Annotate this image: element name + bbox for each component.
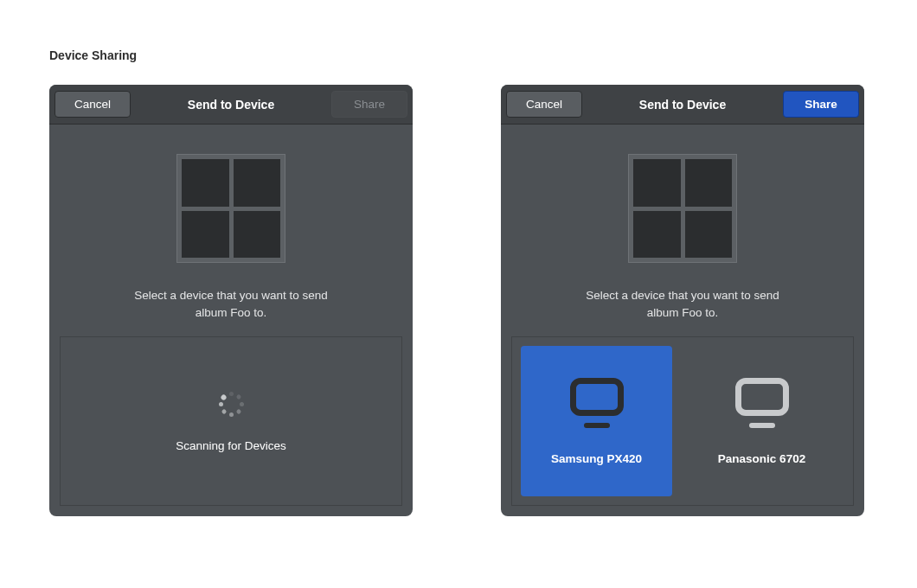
scanning-label: Scanning for Devices <box>176 439 286 452</box>
device-grid: Samsung PX420 Panasonic 6702 <box>511 336 854 506</box>
device-label: Panasonic 6702 <box>718 452 805 465</box>
send-to-device-dialog-results: Cancel Send to Device Share Select a dev… <box>501 85 864 516</box>
share-button: Share <box>331 91 407 118</box>
album-thumbnail <box>176 154 285 263</box>
thumbnail-cell <box>182 159 229 207</box>
thumbnail-cell <box>633 159 681 207</box>
spinner-icon <box>217 391 245 419</box>
thumbnail-cell <box>685 211 733 259</box>
dialog-content: Select a device that you want to send al… <box>49 125 413 516</box>
tv-icon <box>570 378 624 428</box>
thumbnail-cell <box>234 211 281 259</box>
cancel-button[interactable]: Cancel <box>506 91 582 118</box>
thumbnail-cell <box>633 211 681 259</box>
device-tile-panasonic[interactable]: Panasonic 6702 <box>686 346 837 496</box>
device-area: Scanning for Devices <box>60 336 402 506</box>
thumbnail-cell <box>685 159 733 207</box>
dialog-content: Select a device that you want to send al… <box>501 125 864 516</box>
album-thumbnail <box>628 154 737 263</box>
tv-icon <box>735 378 789 428</box>
device-label: Samsung PX420 <box>551 452 642 465</box>
dialog-row: Cancel Send to Device Share Select a dev… <box>49 85 864 516</box>
page-title: Device Sharing <box>49 48 137 62</box>
dialog-title: Send to Device <box>131 98 331 112</box>
thumbnail-cell <box>182 211 229 259</box>
prompt-text: Select a device that you want to send al… <box>586 287 779 321</box>
dialog-title: Send to Device <box>582 98 783 112</box>
thumbnail-cell <box>234 159 281 207</box>
device-tile-samsung[interactable]: Samsung PX420 <box>521 346 672 496</box>
share-button[interactable]: Share <box>783 91 859 118</box>
headerbar: Cancel Send to Device Share <box>49 85 413 125</box>
send-to-device-dialog-scanning: Cancel Send to Device Share Select a dev… <box>49 85 413 516</box>
prompt-text: Select a device that you want to send al… <box>134 287 328 321</box>
headerbar: Cancel Send to Device Share <box>501 85 864 125</box>
cancel-button[interactable]: Cancel <box>55 91 131 118</box>
